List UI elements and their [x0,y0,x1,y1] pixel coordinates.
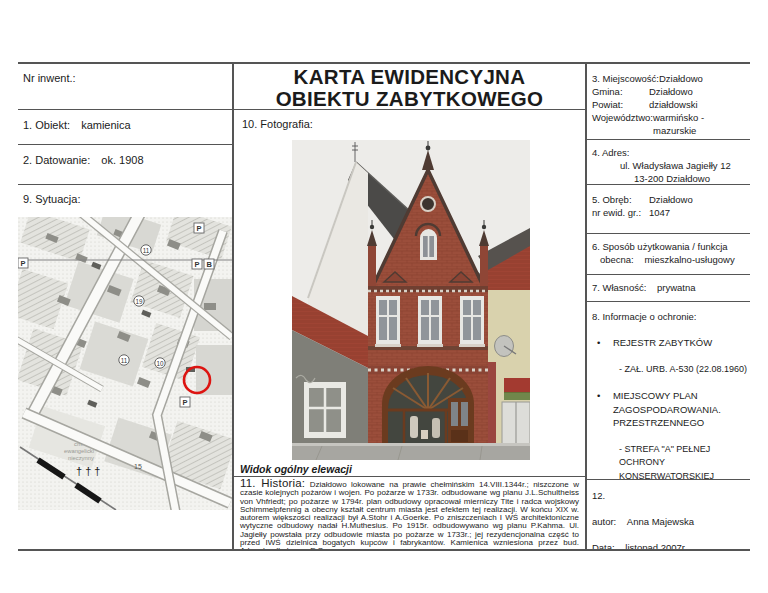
wojewodztwo-value: warmińsko - mazurskie [653,111,747,137]
parking-b-icon: B [207,260,213,269]
center-column: KARTA EWIDENCYJNA OBIEKTU ZABYTKOWEGO 10… [232,64,587,549]
adres-label: 4. Adres: [592,146,747,159]
ochrona-bullet2-sub3: KONSERWATORSKIEJ [619,470,747,481]
ochrona-bullet1-text: REJESTR ZABYTKÓW [613,336,712,350]
field-sposob: 6. Sposób użytkowania / funkcja obecna: … [587,234,750,275]
shop-sign [504,378,530,393]
card-title: KARTA EWIDENCYJNA OBIEKTU ZABYTKOWEGO [234,64,585,110]
mannequin [432,418,440,438]
field-fotografia: 10. Fotografia: [234,110,585,462]
powiat-label: Powiat: [592,98,649,111]
field-wlasnosc: 7. Własność: prywatna [587,275,750,302]
historia-label: 11. Historia: [240,477,305,489]
gmina-label: Gmina: [592,85,649,98]
cemetery-crosses-icon: † † † [76,465,100,477]
photo-caption: Widok ogólny elewacji [234,462,585,477]
upper-windows [375,296,485,347]
sekcja12-label: 12. [592,489,747,502]
ochrona-bullet2-sub2: OCHRONY [619,456,747,470]
miejscowosc-value: Działdowo [659,72,703,85]
wlasnosc-value: prywatna [657,282,696,293]
map-house-number: 15 [134,463,142,470]
obreb-value: Działdowo [649,193,693,206]
parking-icon: P [197,224,202,233]
bullet-icon: • [592,336,613,350]
building-photo [292,140,530,460]
map-badge: 10 [156,360,164,367]
adres-line2: 13-200 Działdowo [592,172,747,185]
sytuacja-label: 9. Sytuacja: [23,193,80,205]
fotografia-label: 10. Fotografia: [242,118,313,130]
mannequin [410,416,418,438]
ochrona-bullet1-sub: - ZAŁ. URB. A-530 (22.08.1960) [619,363,747,377]
adres-line1: ul. Władysława Jagiełły 12 [592,159,747,172]
wojewodztwo-label: Województwo: [592,111,653,137]
field-nr-inwent: Nr inwent.: [18,64,232,110]
oculus-window [421,197,435,211]
datowanie-label: 2. Datowanie: [23,154,90,166]
cemetery-label: ewangelicki [64,448,94,454]
autor-label: autor: [592,516,616,527]
field-obiekt: 1. Obiekt: kamienica [18,110,232,145]
historia-text: Działdowo lokowane na prawie chełmińskim… [240,480,579,549]
ochrona-bullet2-line1: MIEJSCOWY PLAN [613,389,721,403]
wlasnosc-label: 7. Własność: [592,282,646,293]
gmina-value: Działdowo [649,85,693,98]
ochrona-bullet-1: • REJESTR ZABYTKÓW [592,336,747,350]
sposob-label2: obecna: [600,254,634,265]
city-map-image: P P P B P 11 [18,217,232,510]
miejscowosc-label: 3. Miejscowość: [592,72,659,85]
nr-inwent-label: Nr inwent.: [23,72,76,84]
record-card-table: Nr inwent.: 1. Obiekt: kamienica 2. Dato… [18,62,750,551]
parking-icon: P [183,398,188,407]
obreb-label: 5. Obręb: [592,193,649,206]
field-sytuacja: 9. Sytuacja: [18,185,232,549]
pavement [292,443,530,460]
heritage-record-card-page: Nr inwent.: 1. Obiekt: kamienica 2. Dato… [0,0,768,593]
cemetery-label: nieczynny [68,455,94,461]
shopfront [380,366,476,447]
ewid-label: nr ewid. gr.: [592,206,649,219]
field-sekcja12: 12. autor: Anna Majewska Data: listopad … [587,480,750,549]
sposob-value: mieszkalno-usługowy [644,254,734,265]
cemetery-label: cm. [74,441,84,447]
field-adres: 4. Adres: ul. Władysława Jagiełły 12 13-… [587,140,750,185]
field-obreb: 5. Obręb: Działdowo nr ewid. gr.: 1047 [587,185,750,234]
photo-caption-text: Widok ogólny elewacji [240,463,352,475]
obiekt-value: kamienica [81,119,131,131]
powiat-value: działdowski [649,98,698,111]
map-badge: 11 [121,357,128,364]
left-column: Nr inwent.: 1. Obiekt: kamienica 2. Dato… [18,64,232,549]
ochrona-bullet2-line2: ZAGOSPODAROWANIA. [613,403,721,417]
ochrona-bullet2-sub1: - STREFA "A" PEŁNEJ [619,443,747,457]
sposob-label: 6. Sposób użytkowania / funkcja [592,240,747,253]
parking-icon: P [195,260,200,269]
page-title-line2: OBIEKTU ZABYTKOWEGO [234,88,585,110]
map-badge: 11 [143,247,150,254]
data-label: Data: [592,542,615,549]
ewid-value: 1047 [649,206,670,219]
field-miejscowosc: 3. Miejscowość: Działdowo Gmina: Działdo… [587,64,750,140]
ochrona-bullet-2: • MIEJSCOWY PLAN ZAGOSPODAROWANIA. PRZES… [592,389,747,430]
bullet-icon: • [592,389,613,430]
map-badge: 19 [135,298,143,305]
field-historia: 11. Historia: Działdowo lokowane na praw… [234,477,585,549]
situation-map: P P P B P 11 [18,217,232,510]
ochrona-label: 8. Informacje o ochronie: [592,310,747,323]
field-datowanie: 2. Datowanie: ok. 1908 [18,145,232,185]
ochrona-bullet2-line3: PRZESTRZENNEGO [613,416,721,430]
datowanie-value: ok. 1908 [101,154,143,166]
facade-photo-image [292,140,530,460]
field-ochrona: 8. Informacje o ochronie: • REJESTR ZABY… [587,302,750,480]
right-column: 3. Miejscowość: Działdowo Gmina: Działdo… [587,64,750,549]
data-value: listopad 2007r. [625,542,687,549]
autor-value: Anna Majewska [627,516,694,527]
parking-icon: P [21,259,26,268]
page-title-line1: KARTA EWIDENCYJNA [234,66,585,88]
obiekt-label: 1. Obiekt: [23,119,70,131]
